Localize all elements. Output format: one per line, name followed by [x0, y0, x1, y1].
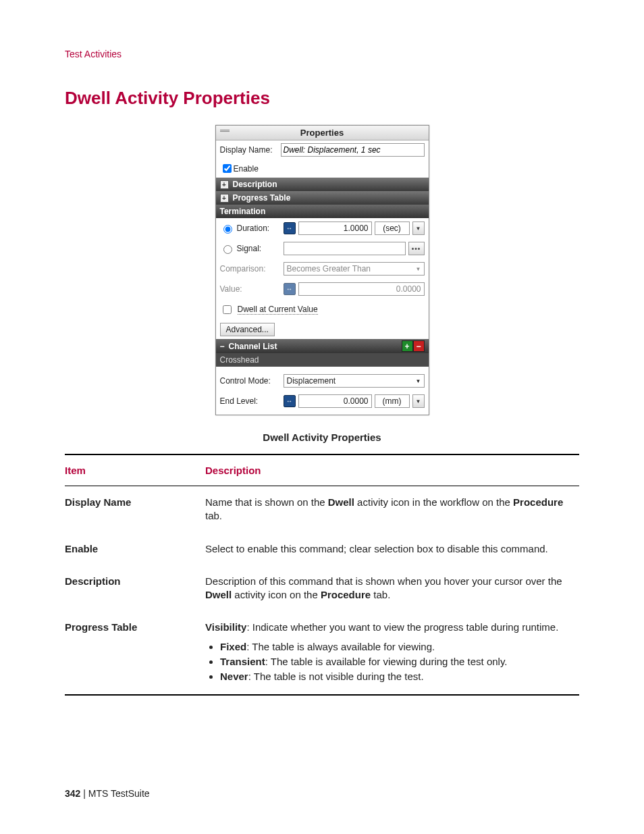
- table-row: Enable Select to enable this command; cl…: [65, 533, 579, 565]
- product-name: MTS TestSuite: [88, 788, 150, 799]
- row-item: Progress Table: [65, 611, 205, 695]
- variable-icon[interactable]: ↔: [284, 222, 296, 234]
- table-row: Description Description of this command …: [65, 565, 579, 612]
- comparison-select: Becomes Greater Than ▼: [284, 262, 425, 276]
- unit-dropdown-icon[interactable]: ▼: [412, 394, 425, 408]
- description-section-label: Description: [233, 180, 277, 189]
- page-number: 342: [65, 788, 80, 799]
- end-level-value[interactable]: 0.0000: [298, 394, 372, 408]
- control-mode-label: Control Mode:: [220, 376, 271, 386]
- signal-radio[interactable]: [223, 245, 232, 254]
- row-desc: Visibility: Indicate whether you want to…: [205, 611, 579, 695]
- variable-icon[interactable]: ↔: [284, 395, 296, 407]
- row-desc: Select to enable this command; clear sel…: [205, 533, 579, 565]
- page-title: Dwell Activity Properties: [65, 88, 579, 109]
- dwell-current-label: Dwell at Current Value: [238, 305, 318, 315]
- breadcrumb: Test Activities: [65, 49, 579, 59]
- table-row: Display Name Name that is shown on the D…: [65, 486, 579, 533]
- figure-caption: Dwell Activity Properties: [65, 432, 579, 443]
- signal-browse-button[interactable]: •••: [408, 242, 425, 255]
- enable-label: Enable: [234, 164, 259, 174]
- add-channel-button[interactable]: +: [402, 340, 413, 352]
- progress-table-section-label: Progress Table: [233, 193, 291, 203]
- properties-panel: Properties Display Name: Enable + Descri…: [215, 125, 429, 415]
- enable-row: Enable: [216, 159, 429, 178]
- advanced-button[interactable]: Advanced...: [220, 323, 275, 336]
- display-name-input[interactable]: [281, 143, 425, 157]
- value-row: Value: ↔ 0.0000: [216, 279, 429, 299]
- chevron-down-icon: ▼: [416, 266, 421, 272]
- duration-radio[interactable]: [223, 225, 232, 234]
- signal-row: Signal: •••: [216, 238, 429, 259]
- channel-list-header: − Channel List + −: [216, 339, 429, 353]
- description-section-header[interactable]: + Description: [216, 178, 429, 191]
- row-item: Display Name: [65, 486, 205, 533]
- comparison-row: Comparison: Becomes Greater Than ▼: [216, 259, 429, 279]
- variable-icon: ↔: [284, 283, 296, 295]
- unit-dropdown-icon[interactable]: ▼: [412, 221, 425, 235]
- end-level-label: End Level:: [220, 396, 259, 406]
- channel-item[interactable]: Crosshead: [216, 353, 429, 367]
- control-mode-value: Displacement: [287, 376, 336, 386]
- duration-row: Duration: ↔ 1.0000 (sec) ▼: [216, 218, 429, 238]
- end-level-unit[interactable]: (mm): [375, 394, 410, 408]
- row-desc: Name that is shown on the Dwell activity…: [205, 486, 579, 533]
- col-desc-header: Description: [205, 454, 579, 486]
- row-desc: Description of this command that is show…: [205, 565, 579, 612]
- value-field: 0.0000: [298, 282, 425, 296]
- signal-field[interactable]: [284, 242, 406, 255]
- row-item: Description: [65, 565, 205, 612]
- signal-label: Signal:: [237, 244, 262, 253]
- collapse-icon[interactable]: −: [220, 342, 225, 351]
- panel-title: Properties: [300, 128, 344, 138]
- display-name-row: Display Name:: [216, 140, 429, 159]
- comparison-label: Comparison:: [220, 264, 266, 273]
- duration-unit[interactable]: (sec): [375, 221, 410, 235]
- remove-channel-button[interactable]: −: [413, 340, 425, 352]
- page-footer: 342 | MTS TestSuite: [65, 788, 150, 799]
- end-level-row: End Level: ↔ 0.0000 (mm) ▼: [216, 391, 429, 415]
- col-item-header: Item: [65, 454, 205, 486]
- duration-value[interactable]: 1.0000: [298, 221, 372, 235]
- drag-handle-icon[interactable]: [220, 130, 230, 132]
- row-item: Enable: [65, 533, 205, 565]
- expand-icon[interactable]: +: [220, 180, 229, 189]
- duration-label: Duration:: [237, 224, 270, 233]
- display-name-label: Display Name:: [220, 145, 281, 155]
- table-row: Progress Table Visibility: Indicate whet…: [65, 611, 579, 695]
- chevron-down-icon[interactable]: ▼: [416, 378, 421, 384]
- expand-icon[interactable]: +: [220, 194, 229, 203]
- comparison-value: Becomes Greater Than: [287, 264, 371, 273]
- termination-section-header: Termination: [216, 205, 429, 218]
- control-mode-select[interactable]: Displacement ▼: [284, 374, 425, 388]
- value-label: Value:: [220, 284, 242, 294]
- progress-table-section-header[interactable]: + Progress Table: [216, 191, 429, 205]
- dwell-current-checkbox[interactable]: [223, 305, 232, 314]
- enable-checkbox[interactable]: [223, 164, 232, 173]
- control-mode-row: Control Mode: Displacement ▼: [216, 371, 429, 391]
- panel-title-bar: Properties: [216, 126, 429, 140]
- dwell-current-row: Dwell at Current Value: [216, 299, 429, 320]
- properties-table: Item Description Display Name Name that …: [65, 454, 579, 696]
- channel-list-title: Channel List: [229, 342, 277, 351]
